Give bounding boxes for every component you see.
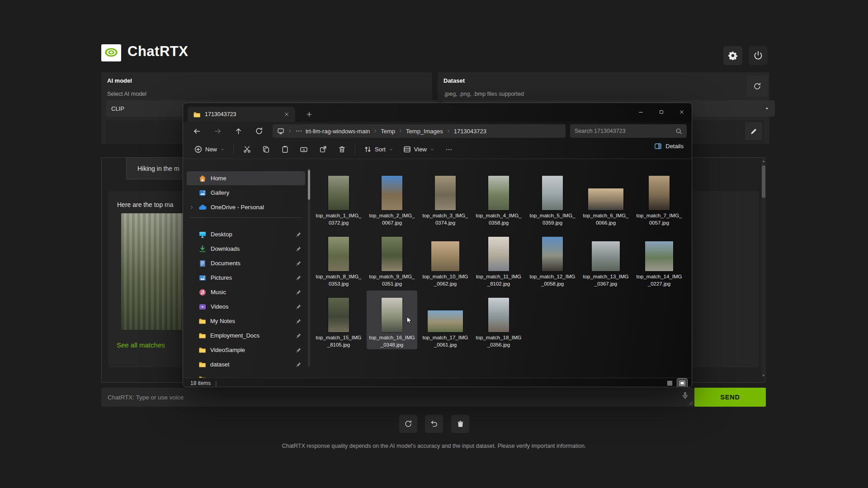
file-name: top_match_11_IMG_8102.jpg [475, 273, 523, 287]
file-thumbnail [382, 176, 402, 210]
regenerate-button[interactable] [399, 415, 417, 433]
chat-input[interactable] [101, 388, 694, 407]
share-button[interactable] [314, 142, 331, 157]
file-name: top_match_9_IMG_0351.jpg [368, 273, 416, 287]
file-item[interactable]: top_match_10_IMG_0062.jpg [420, 230, 471, 288]
file-thumbnail [431, 241, 459, 271]
file-item[interactable]: top_match_12_IMG_0058.jpg [527, 230, 578, 288]
file-thumbnail [542, 237, 563, 271]
file-name: top_match_12_IMG_0058.jpg [528, 273, 576, 287]
thumbnail-view-toggle[interactable] [677, 379, 687, 388]
paste-button[interactable] [276, 142, 293, 157]
details-label: Details [665, 143, 684, 150]
more-options-button[interactable] [440, 142, 458, 157]
new-label: New [205, 146, 217, 153]
search-box[interactable]: Search 1713043723 [570, 124, 687, 138]
close-button[interactable] [671, 103, 692, 121]
file-item[interactable]: top_match_14_IMG_0227.jpg [634, 230, 684, 288]
breadcrumb-segment[interactable]: Temp_Images [406, 128, 443, 135]
file-thumbnail [488, 176, 509, 210]
resize-handle-icon[interactable] [688, 400, 693, 406]
file-item[interactable]: top_match_17_IMG_0061.jpg [420, 291, 471, 349]
copy-button[interactable] [257, 142, 274, 157]
folder-icon [193, 111, 201, 118]
breadcrumb-segment[interactable]: 1713043723 [454, 128, 486, 135]
file-explorer-window: 1713043723 trt-llm-rag-windows-mainTempT… [183, 103, 692, 387]
undo-button[interactable] [425, 415, 443, 433]
file-item[interactable]: top_match_6_IMG_0066.jpg [580, 169, 631, 227]
file-name: top_match_10_IMG_0062.jpg [421, 273, 469, 287]
dataset-refresh-button[interactable] [747, 76, 768, 97]
back-button[interactable] [189, 124, 204, 138]
command-bar: New A Sort View [183, 140, 692, 159]
chat-scrollbar[interactable] [761, 158, 766, 379]
breadcrumb-segment[interactable]: Temp [381, 128, 395, 135]
file-thumbnail [488, 298, 509, 332]
up-button[interactable] [231, 124, 245, 138]
microphone-icon[interactable] [681, 392, 689, 399]
file-item[interactable]: top_match_13_IMG_0367.jpg [580, 230, 631, 288]
rename-button[interactable]: A [295, 142, 312, 157]
sort-button[interactable]: Sort [360, 142, 397, 157]
file-item[interactable]: top_match_1_IMG_0372.jpg [313, 169, 364, 227]
send-button[interactable]: SEND [694, 388, 766, 407]
clear-chat-button[interactable] [451, 415, 469, 433]
footer-disclaimer: ChatRTX response quality depends on the … [0, 443, 868, 449]
tab-close-icon[interactable] [282, 109, 292, 119]
view-button[interactable]: View [399, 142, 439, 157]
file-thumbnail [428, 310, 463, 332]
explorer-tab[interactable]: 1713043723 [188, 107, 295, 122]
new-tab-button[interactable] [303, 108, 315, 120]
minimize-button[interactable] [631, 103, 651, 121]
cut-button[interactable] [238, 142, 255, 157]
file-item[interactable]: top_match_11_IMG_8102.jpg [473, 230, 524, 288]
file-item[interactable]: top_match_2_IMG_0067.jpg [367, 169, 417, 227]
see-all-matches-link[interactable]: See all matches [117, 341, 165, 349]
status-bar: 18 items | [183, 378, 692, 387]
power-button[interactable] [749, 46, 768, 65]
chevron-right-icon [373, 129, 377, 133]
file-item[interactable]: top_match_4_IMG_0358.jpg [473, 169, 524, 227]
scroll-up-icon[interactable] [761, 159, 766, 164]
refresh-button[interactable] [252, 124, 266, 138]
dataset-edit-button[interactable] [745, 122, 762, 140]
file-grid: top_match_1_IMG_0372.jpgtop_match_2_IMG_… [183, 159, 692, 378]
regenerate-icon [404, 420, 412, 428]
scrollbar-thumb[interactable] [762, 165, 765, 198]
file-thumbnail [649, 176, 670, 210]
chevron-down-icon [220, 147, 225, 152]
forward-button[interactable] [210, 124, 225, 138]
mouse-cursor [406, 316, 414, 324]
list-view-toggle[interactable] [665, 379, 675, 388]
sort-label: Sort [375, 146, 386, 153]
file-item[interactable]: top_match_9_IMG_0351.jpg [367, 230, 417, 288]
dataset-subtitle: .jpeg, .png, .bmp files supported [443, 91, 524, 97]
details-toggle[interactable]: Details [654, 142, 684, 150]
file-item[interactable]: top_match_5_IMG_0359.jpg [527, 169, 578, 227]
file-item[interactable]: top_match_3_IMG_0374.jpg [420, 169, 471, 227]
chevron-right-icon [446, 129, 451, 133]
new-button[interactable]: New [190, 142, 229, 157]
ai-model-value: CLIP [111, 105, 124, 112]
file-thumbnail [588, 188, 623, 210]
file-name: top_match_1_IMG_0372.jpg [315, 212, 363, 226]
chevron-right-icon [398, 129, 403, 133]
delete-button[interactable] [333, 142, 350, 157]
collapsed-crumbs-icon[interactable] [295, 127, 302, 135]
maximize-button[interactable] [651, 103, 671, 121]
file-item[interactable]: top_match_15_IMG_8105.jpg [313, 291, 364, 349]
address-bar: trt-llm-rag-windows-mainTempTemp_Images1… [183, 122, 692, 140]
breadcrumb-segment[interactable]: trt-llm-rag-windows-main [306, 128, 370, 135]
file-item[interactable]: top_match_8_IMG_0353.jpg [313, 230, 364, 288]
settings-button[interactable] [723, 46, 742, 65]
file-item[interactable]: top_match_18_IMG_0356.jpg [473, 291, 524, 349]
file-name: top_match_6_IMG_0066.jpg [582, 212, 630, 226]
item-count: 18 items [190, 380, 211, 386]
search-icon [675, 128, 682, 135]
file-item[interactable]: top_match_7_IMG_0057.jpg [634, 169, 684, 227]
scroll-down-icon[interactable] [761, 373, 766, 378]
file-name: top_match_15_IMG_8105.jpg [315, 334, 363, 348]
breadcrumb[interactable]: trt-llm-rag-windows-mainTempTemp_Images1… [273, 124, 566, 138]
screen: ChatRTX AI model Select AI model CLIP Da… [0, 0, 868, 488]
pencil-icon [750, 127, 758, 135]
